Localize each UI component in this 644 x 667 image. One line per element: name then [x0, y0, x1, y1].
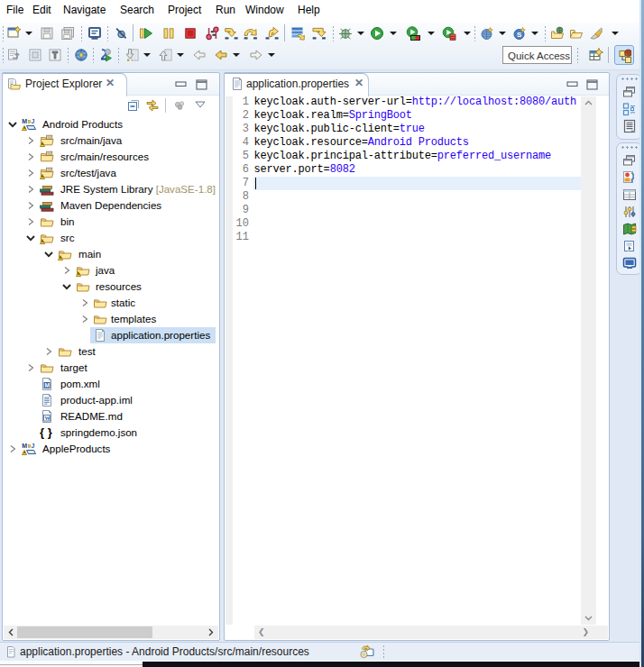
svg-text:M: M — [45, 382, 50, 388]
svg-text:W: W — [44, 416, 50, 421]
svg-text:J: J — [31, 118, 34, 124]
svg-text:S: S — [517, 31, 522, 39]
svg-text:M: M — [22, 443, 27, 449]
svg-text:M: M — [22, 118, 27, 124]
svg-text:J: J — [31, 443, 34, 449]
